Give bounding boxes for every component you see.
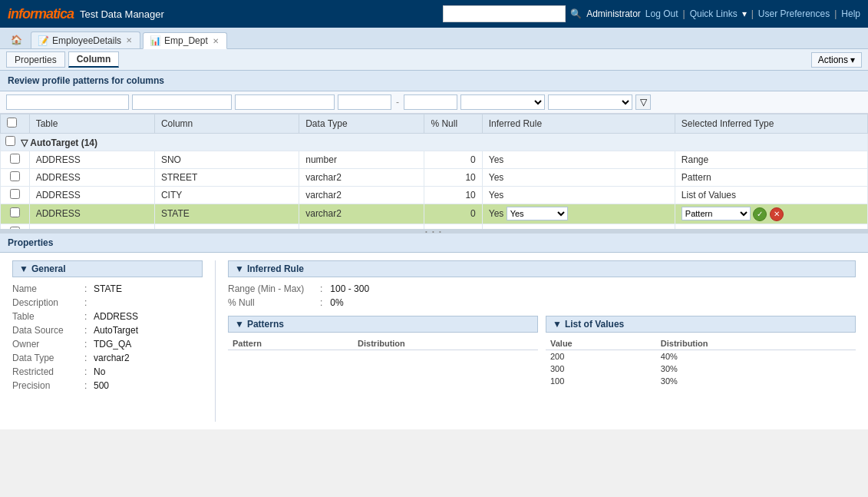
row-checkbox[interactable]: [10, 154, 20, 164]
patterns-header-row: Pattern Distribution: [228, 337, 538, 350]
prop-name-label: Name: [12, 283, 81, 294]
cell-table: ADDRESS: [29, 224, 154, 229]
tab-emp-dept-close[interactable]: ✕: [213, 37, 219, 45]
patterns-collapse-icon[interactable]: ▼: [235, 319, 244, 330]
filter-separator: -: [394, 97, 401, 108]
toolbar-left: Properties Column: [6, 51, 119, 68]
table-row[interactable]: ADDRESS CITY varchar2 10 Yes List of Val…: [1, 187, 868, 204]
confirm-btn[interactable]: ✓: [753, 207, 767, 221]
cell-null: 0: [424, 204, 482, 224]
cell-table: ADDRESS: [29, 151, 154, 169]
quick-links[interactable]: Quick Links: [690, 8, 738, 19]
properties-header: Properties: [0, 234, 868, 253]
filter-input-3[interactable]: [235, 94, 335, 110]
table-row-selected[interactable]: ADDRESS STATE varchar2 0 Yes YesNo Patte…: [1, 204, 868, 224]
prop-datasource-value: AutoTarget: [94, 325, 138, 336]
filter-input-4[interactable]: [338, 94, 391, 110]
filter-input-1[interactable]: [6, 94, 129, 110]
properties-tab-btn[interactable]: Properties: [6, 51, 65, 68]
selected-type-select[interactable]: PatternRangeList of Values: [682, 207, 751, 220]
prop-precision-value: 500: [94, 380, 109, 391]
cell-column: CITY: [154, 187, 299, 204]
group-checkbox[interactable]: [5, 136, 15, 146]
main-toolbar: Properties Column Actions ▾: [0, 49, 868, 71]
tab-employee-details-close[interactable]: ✕: [126, 36, 132, 45]
properties-panel: Properties ▼ General Name : STATE Descri…: [0, 234, 868, 429]
header-column: Column: [154, 114, 299, 134]
cell-column: STATE: [154, 204, 299, 224]
cell-datatype: number: [299, 151, 424, 169]
prop-desc-colon: :: [84, 297, 91, 308]
prop-datasource-row: Data Source : AutoTarget: [12, 325, 203, 336]
list-of-values-panel: ▼ List of Values Value Distribution 2004…: [546, 316, 856, 387]
table-row[interactable]: ADDRESS ZIP varchar2 0 No -: [1, 224, 868, 229]
actions-dropdown[interactable]: Actions ▾: [811, 52, 862, 68]
lov-dist: 30%: [656, 363, 856, 375]
row-checkbox[interactable]: [10, 227, 20, 230]
cell-datatype: varchar2: [299, 169, 424, 187]
cell-datatype: varchar2: [299, 187, 424, 204]
cell-table: ADDRESS: [29, 169, 154, 187]
cell-selected: -: [675, 224, 867, 229]
employee-details-icon: 📝: [38, 35, 49, 46]
prop-name-value: STATE: [94, 283, 122, 294]
cell-null: 0: [424, 224, 482, 229]
cell-inferred: Yes: [482, 187, 675, 204]
cell-column: ZIP: [154, 224, 299, 229]
inferred-collapse-icon[interactable]: ▼: [235, 263, 244, 274]
prop-datatype-label: Data Type: [12, 353, 81, 363]
patterns-header: ▼ Patterns: [228, 316, 538, 333]
filter-input-5[interactable]: [404, 94, 457, 110]
prop-table-value: ADDRESS: [94, 311, 138, 322]
cell-null: 0: [424, 151, 482, 169]
range-value: 100 - 300: [330, 283, 369, 294]
patterns-table: Pattern Distribution: [228, 337, 538, 350]
lov-collapse-icon[interactable]: ▼: [553, 319, 562, 330]
lov-col-value: Value: [546, 337, 656, 350]
general-collapse-icon[interactable]: ▼: [19, 263, 28, 274]
lov-header-row: Value Distribution: [546, 337, 856, 350]
logout-link[interactable]: Log Out: [645, 8, 678, 19]
user-prefs-link[interactable]: User Preferences: [758, 8, 830, 19]
select-all-checkbox[interactable]: [7, 118, 17, 128]
prop-name-colon: :: [84, 283, 91, 294]
header-checkbox[interactable]: [1, 114, 30, 134]
table-row[interactable]: ADDRESS STREET varchar2 10 Yes Pattern: [1, 169, 868, 187]
prop-datasource-label: Data Source: [12, 325, 81, 336]
column-tab-btn[interactable]: Column: [68, 51, 120, 68]
prop-table-row: Table : ADDRESS: [12, 311, 203, 322]
logo: informatica: [8, 6, 74, 22]
cell-selected: List of Values: [675, 187, 867, 204]
tab-home[interactable]: 🏠: [5, 31, 28, 48]
help-link[interactable]: Help: [841, 8, 860, 19]
app-title: Test Data Manager: [80, 8, 164, 20]
cell-selected-edit: PatternRangeList of Values ✓ ✕: [675, 204, 867, 224]
prop-datasource-colon: :: [84, 325, 91, 336]
filter-input-2[interactable]: [132, 94, 232, 110]
prop-owner-label: Owner: [12, 339, 81, 350]
cell-inferred: Yes YesNo: [482, 204, 675, 224]
inferred-rule-select[interactable]: YesNo: [507, 207, 568, 220]
range-label: Range (Min - Max): [228, 283, 312, 294]
group-row-autotarget: ▽ AutoTarget (14): [1, 134, 868, 151]
row-checkbox[interactable]: [10, 207, 20, 217]
filter-select-2[interactable]: [548, 94, 632, 110]
cell-null: 10: [424, 169, 482, 187]
filter-select-1[interactable]: [460, 94, 545, 110]
row-checkbox[interactable]: [10, 171, 20, 181]
tab-employee-details[interactable]: 📝 EmployeeDetails ✕: [31, 31, 140, 48]
range-row: Range (Min - Max) : 100 - 300: [228, 283, 856, 294]
search-icon: 🔍: [570, 8, 582, 19]
table-row[interactable]: ADDRESS SNO number 0 Yes Range: [1, 151, 868, 169]
filter-clear-btn[interactable]: ▽: [635, 94, 651, 110]
prop-owner-colon: :: [84, 339, 91, 350]
search-input[interactable]: [443, 5, 566, 22]
tab-emp-dept[interactable]: 📊 Emp_Dept ✕: [143, 32, 227, 49]
data-table-wrap: Table Column Data Type % Null Inferred R…: [0, 114, 868, 229]
sub-panels: ▼ Patterns Pattern Distribution: [228, 316, 856, 387]
cancel-btn[interactable]: ✕: [770, 207, 784, 221]
row-checkbox[interactable]: [10, 189, 20, 199]
header-selected-inferred-type: Selected Inferred Type: [675, 114, 867, 134]
cell-column: SNO: [154, 151, 299, 169]
table-header-row: Table Column Data Type % Null Inferred R…: [1, 114, 868, 134]
